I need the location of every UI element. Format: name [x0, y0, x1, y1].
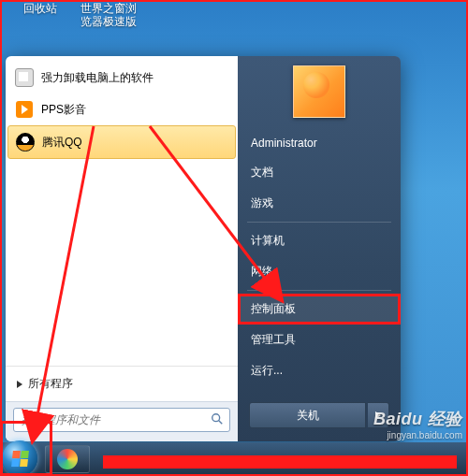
- separator: [247, 222, 391, 223]
- desktop-icon-label: 览器极速版: [76, 15, 141, 28]
- desktop-icon-recycle-bin[interactable]: 回收站: [7, 0, 73, 15]
- program-list: 强力卸载电脑上的软件 PPS影音 腾讯QQ: [6, 56, 238, 366]
- program-label: PPS影音: [41, 102, 86, 118]
- pps-icon: [15, 100, 34, 119]
- right-item-computer[interactable]: 计算机: [238, 225, 401, 256]
- watermark-brand: Baidu 经验: [373, 408, 462, 430]
- triangle-right-icon: [17, 381, 22, 388]
- swirl-icon: [57, 449, 78, 469]
- windows-logo-icon: [11, 451, 29, 467]
- right-item-run[interactable]: 运行...: [238, 355, 401, 386]
- program-label: 腾讯QQ: [42, 135, 82, 151]
- separator: [247, 290, 391, 291]
- right-item-network[interactable]: 网络: [238, 256, 401, 287]
- program-item-pps[interactable]: PPS影音: [7, 94, 236, 125]
- all-programs-button[interactable]: 所有程序: [6, 366, 238, 401]
- installer-icon: [15, 68, 34, 87]
- taskbar-app-button[interactable]: [45, 445, 90, 473]
- right-item-user[interactable]: Administrator: [238, 129, 401, 157]
- program-item-qq[interactable]: 腾讯QQ: [7, 125, 236, 159]
- program-label: 强力卸载电脑上的软件: [41, 70, 154, 86]
- user-avatar-wrap: [238, 56, 401, 129]
- start-menu-left-panel: 强力卸载电脑上的软件 PPS影音 腾讯QQ 所有程序: [6, 56, 238, 441]
- search-row: [6, 401, 238, 441]
- watermark: Baidu 经验 jingyan.baidu.com: [373, 408, 462, 440]
- right-item-documents[interactable]: 文档: [238, 157, 401, 188]
- user-avatar[interactable]: [293, 65, 345, 118]
- search-input[interactable]: [20, 412, 211, 427]
- shutdown-button[interactable]: 关机: [249, 402, 366, 428]
- start-menu-right-panel: Administrator 文档 游戏 计算机 网络 控制面板 管理工具 运行.…: [238, 56, 401, 441]
- svg-point-0: [212, 413, 220, 421]
- right-item-games[interactable]: 游戏: [238, 188, 401, 219]
- watermark-url: jingyan.baidu.com: [373, 430, 462, 440]
- right-item-control-panel[interactable]: 控制面板: [238, 294, 401, 325]
- desktop-icon-label: 回收站: [7, 2, 73, 15]
- svg-line-1: [219, 420, 223, 424]
- all-programs-label: 所有程序: [28, 376, 73, 392]
- qq-icon: [16, 133, 35, 151]
- taskbar: [0, 442, 468, 476]
- shutdown-label: 关机: [297, 408, 319, 424]
- search-box[interactable]: [13, 408, 230, 432]
- desktop-icon-label: 世界之窗浏: [76, 2, 141, 15]
- search-icon: [211, 412, 224, 428]
- start-menu: 强力卸载电脑上的软件 PPS影音 腾讯QQ 所有程序: [6, 56, 401, 441]
- desktop-icon-browser[interactable]: 世界之窗浏 览器极速版: [76, 0, 141, 28]
- right-item-admin-tools[interactable]: 管理工具: [238, 325, 401, 355]
- program-item-uninstall[interactable]: 强力卸载电脑上的软件: [7, 62, 236, 94]
- start-button[interactable]: [2, 440, 37, 476]
